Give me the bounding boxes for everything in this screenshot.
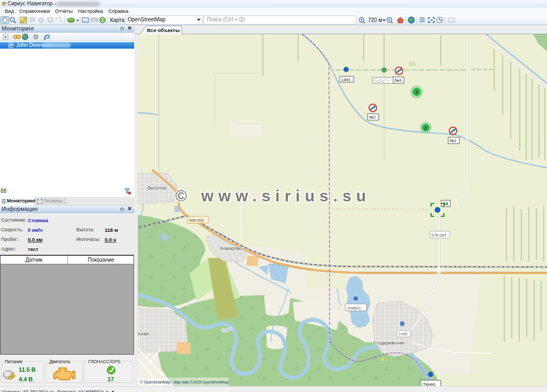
svg-text:№1: №1 [450, 138, 456, 143]
svg-text:Комарово: Комарово [220, 246, 242, 251]
svg-text:07К-067: 07К-067 [432, 233, 447, 238]
svg-text:2: 2 [416, 90, 418, 95]
svg-text:рская: рская [138, 331, 149, 336]
svg-text:90К-002: 90К-002 [189, 218, 204, 223]
svg-text:(Терек): (Терек) [422, 382, 435, 386]
svg-text:© OpenStreetMap - Map data ©20: © OpenStreetMap - Map data ©2025 OpenStr… [140, 380, 229, 385]
svg-text:Все объекты: Все объекты [147, 27, 179, 33]
svg-text:Стодеревская: Стодеревская [373, 340, 404, 346]
svg-text:© www.sirius.su: © www.sirius.su [175, 187, 371, 205]
svg-text:№4: №4 [395, 78, 401, 83]
svg-text:2: 2 [425, 126, 427, 130]
svg-text:№2: №2 [369, 115, 376, 120]
svg-text:1493: 1493 [341, 77, 350, 82]
svg-text:Весёлое: Весёлое [147, 185, 167, 191]
svg-text:1495: 1495 [398, 332, 408, 336]
svg-text:(озеро): (озеро) [347, 305, 361, 310]
